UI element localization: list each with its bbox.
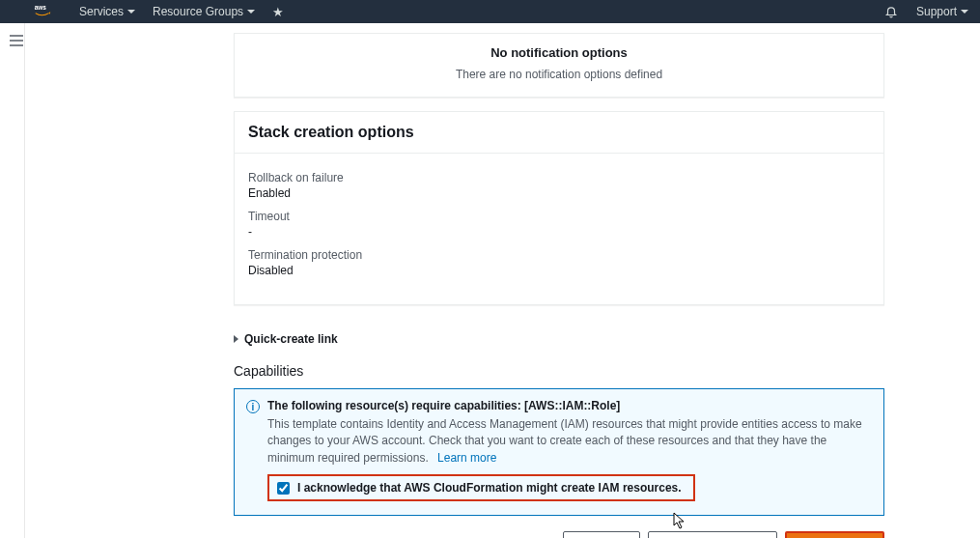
services-menu[interactable]: Services — [79, 5, 135, 18]
capabilities-info-panel: i The following resource(s) require capa… — [234, 388, 884, 516]
top-nav: aws Services Resource Groups ★ Support — [0, 0, 980, 23]
quick-create-link-toggle[interactable]: Quick-create link — [234, 332, 884, 346]
timeout-label: Timeout — [248, 210, 870, 223]
acknowledge-label: I acknowledge that AWS CloudFormation mi… — [297, 481, 682, 495]
notification-options-panel: No notification options There are no not… — [234, 33, 884, 98]
pin-icon[interactable]: ★ — [272, 5, 284, 19]
chevron-down-icon — [247, 10, 255, 14]
chevron-down-icon — [127, 10, 135, 14]
aws-logo[interactable]: aws — [33, 4, 62, 19]
capabilities-info-text: This template contains Identity and Acce… — [267, 417, 862, 465]
stack-creation-options-panel: Stack creation options Rollback on failu… — [234, 111, 884, 305]
services-label: Services — [79, 5, 124, 18]
acknowledge-box: I acknowledge that AWS CloudFormation mi… — [267, 474, 695, 501]
resource-groups-label: Resource Groups — [153, 5, 243, 18]
timeout-value: - — [248, 225, 870, 239]
termination-value: Disabled — [248, 264, 870, 277]
quick-create-link-label: Quick-create link — [244, 332, 338, 346]
chevron-down-icon — [961, 10, 968, 14]
svg-text:aws: aws — [35, 4, 47, 11]
caret-right-icon — [234, 335, 238, 343]
support-label: Support — [916, 5, 957, 18]
notifications-icon[interactable] — [883, 4, 899, 19]
rollback-label: Rollback on failure — [248, 171, 870, 184]
rollback-value: Enabled — [248, 186, 870, 200]
termination-label: Termination protection — [248, 248, 870, 262]
create-change-set-button[interactable]: Create change set — [648, 531, 776, 538]
footer-buttons: Cancel Previous Create change set Create… — [234, 531, 884, 538]
stack-options-header: Stack creation options — [235, 112, 883, 154]
previous-button[interactable]: Previous — [563, 531, 641, 538]
cancel-button[interactable]: Cancel — [501, 531, 554, 538]
learn-more-link[interactable]: Learn more — [437, 451, 496, 465]
capabilities-info-desc: This template contains Identity and Acce… — [267, 416, 872, 467]
create-stack-button[interactable]: Create stack — [785, 531, 884, 538]
notification-title: No notification options — [254, 45, 864, 60]
capabilities-info-title: The following resource(s) require capabi… — [267, 399, 872, 412]
support-menu[interactable]: Support — [916, 5, 968, 18]
resource-groups-menu[interactable]: Resource Groups — [153, 5, 255, 18]
notification-subtitle: There are no notification options define… — [254, 68, 864, 81]
info-icon: i — [246, 400, 260, 413]
acknowledge-checkbox[interactable] — [277, 482, 290, 495]
capabilities-header: Capabilities — [234, 363, 884, 379]
